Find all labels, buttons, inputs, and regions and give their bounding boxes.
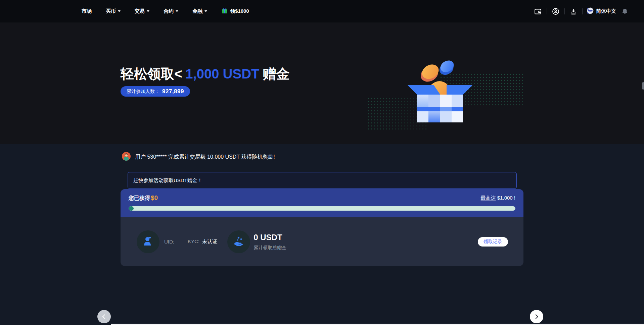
chevron-down-icon bbox=[147, 10, 149, 12]
claim-records-button[interactable]: 领取记录 bbox=[478, 237, 508, 247]
earned-label: 您已获得 bbox=[129, 195, 150, 201]
nav-item-market[interactable]: 市场 bbox=[82, 8, 92, 14]
chevron-left-icon bbox=[102, 314, 107, 319]
chevron-down-icon bbox=[118, 10, 121, 12]
scrollbar-thumb[interactable] bbox=[642, 82, 644, 90]
nav-menu: 市场 买币 交易 合约 金融 bbox=[82, 7, 249, 15]
hand-coins-icon bbox=[233, 235, 245, 249]
language-label: 简体中文 bbox=[596, 8, 616, 14]
globe-icon bbox=[587, 7, 594, 15]
nav-item-label: 买币 bbox=[106, 8, 116, 14]
bonus-total-avatar bbox=[227, 230, 250, 253]
page-scrollbar[interactable] bbox=[642, 0, 644, 325]
nav-actions: 简体中文 bbox=[534, 7, 629, 16]
bonus-progress-bar bbox=[129, 206, 515, 211]
max-value: $1,000 ! bbox=[497, 195, 515, 201]
chevron-down-icon bbox=[204, 10, 207, 12]
notice-text: 赶快参加活动获取USDT赠金！ bbox=[133, 177, 202, 184]
total-bonus-value: 0 USDT bbox=[254, 233, 286, 242]
chevron-down-icon bbox=[176, 10, 178, 12]
divider bbox=[582, 8, 583, 14]
top-navbar: 市场 买币 交易 合约 金融 bbox=[0, 0, 644, 22]
nav-item-buy-crypto[interactable]: 买币 bbox=[106, 8, 121, 14]
earned-amount: 您已获得$0 bbox=[129, 194, 158, 202]
bonus-card-body: UID: KYC: 未认证 0 U bbox=[121, 217, 523, 266]
nav-promo-bonus[interactable]: 领$1000 bbox=[221, 7, 249, 15]
activity-notice-box[interactable]: 赶快参加活动获取USDT赠金！ bbox=[128, 172, 517, 189]
max-amount: 最高达 $1,000 ! bbox=[481, 195, 515, 201]
uid-label: UID: bbox=[164, 239, 174, 245]
chevron-right-icon bbox=[534, 314, 538, 319]
earned-value: $0 bbox=[151, 194, 158, 201]
participants-label: 累计参加人数： bbox=[127, 89, 159, 95]
ticker-text: 用户 530***** 完成累计交易额 10,000 USDT 获得随机奖励! bbox=[135, 154, 275, 161]
divider bbox=[547, 8, 547, 14]
next-section-edge bbox=[111, 324, 644, 325]
participants-count: 927,899 bbox=[162, 88, 184, 95]
nav-item-contracts[interactable]: 合约 bbox=[164, 8, 178, 14]
ticker-avatar-icon bbox=[122, 152, 131, 162]
page-title: 轻松领取<1,000 USDT赠金 bbox=[121, 65, 289, 83]
notification-bell-icon[interactable] bbox=[620, 7, 629, 16]
language-selector[interactable]: 简体中文 bbox=[587, 7, 616, 15]
wallet-icon[interactable] bbox=[534, 7, 542, 16]
nav-item-label: 金融 bbox=[192, 8, 202, 14]
user-avatar bbox=[137, 230, 159, 253]
gift-icon bbox=[221, 7, 228, 15]
title-prefix: 轻松领取< bbox=[121, 66, 182, 81]
bonus-card: 您已获得$0 最高达 $1,000 ! bbox=[121, 189, 523, 266]
nav-item-label: 合约 bbox=[164, 8, 174, 14]
nav-promo-label: 领$1000 bbox=[230, 8, 249, 14]
kyc-value: 未认证 bbox=[202, 238, 217, 244]
nav-item-trade[interactable]: 交易 bbox=[135, 8, 149, 14]
kyc-status: KYC: 未认证 bbox=[188, 238, 217, 245]
title-suffix: 赠金 bbox=[263, 66, 289, 81]
nav-item-finance[interactable]: 金融 bbox=[192, 8, 207, 14]
carousel-prev-button[interactable] bbox=[97, 310, 111, 323]
total-bonus: 0 USDT 累计领取总赠金 bbox=[254, 233, 286, 251]
bonus-progress-fill bbox=[129, 206, 134, 211]
user-icon bbox=[142, 235, 154, 248]
download-app-icon[interactable] bbox=[569, 7, 578, 16]
title-highlight: 1,000 USDT bbox=[185, 66, 259, 81]
kyc-label: KYC: bbox=[188, 238, 199, 244]
max-label: 最高达 bbox=[481, 195, 496, 201]
divider bbox=[564, 8, 565, 14]
hero-banner: 轻松领取<1,000 USDT赠金 累计参加人数： 927,899 bbox=[0, 22, 644, 144]
reward-ticker: 用户 530***** 完成累计交易额 10,000 USDT 获得随机奖励! bbox=[122, 152, 275, 162]
nav-item-label: 市场 bbox=[82, 8, 92, 14]
nav-item-label: 交易 bbox=[135, 8, 145, 14]
total-bonus-label: 累计领取总赠金 bbox=[254, 245, 286, 251]
promo-main-section: 用户 530***** 完成累计交易额 10,000 USDT 获得随机奖励! … bbox=[0, 144, 644, 325]
giftbox-illustration bbox=[365, 56, 526, 136]
account-icon[interactable] bbox=[551, 7, 560, 16]
bonus-card-header: 您已获得$0 最高达 $1,000 ! bbox=[121, 189, 523, 217]
participants-badge: 累计参加人数： 927,899 bbox=[121, 86, 190, 97]
carousel-next-button[interactable] bbox=[530, 310, 543, 323]
